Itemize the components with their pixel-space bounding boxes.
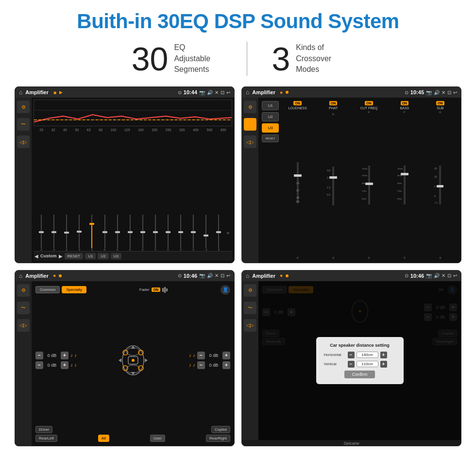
horizontal-input[interactable]: 140cm	[357, 352, 378, 358]
sidebar2-wave-btn[interactable]: 〜	[244, 118, 256, 131]
horizontal-minus[interactable]: −	[348, 352, 355, 358]
screen3-home-icon[interactable]: ⌂	[19, 272, 22, 279]
screen3-location-icon: ⊙	[178, 273, 182, 278]
screen3-window-icon[interactable]: ⊡	[221, 273, 224, 278]
eq-slider-10[interactable]: 0	[150, 215, 161, 251]
fader-on-badge[interactable]: ON	[152, 287, 161, 292]
sidebar2-eq-btn[interactable]: ⚙	[244, 101, 256, 113]
sub-on-badge[interactable]: ON	[436, 101, 444, 105]
sidebar-wave-btn[interactable]: 〜	[17, 118, 30, 131]
screen2-x-icon[interactable]: ✕	[442, 90, 445, 95]
eq-slider-1[interactable]: 0	[35, 215, 47, 251]
sidebar3-vol-btn[interactable]: ◁▷	[17, 319, 30, 332]
eq-slider-2[interactable]: 0	[48, 215, 60, 251]
screen1-home-icon[interactable]: ⌂	[19, 89, 22, 96]
copilot-btn[interactable]: Copilot	[211, 426, 230, 433]
eq-slider-14[interactable]: -1	[200, 215, 212, 251]
eq-u1-btn[interactable]: U1	[85, 253, 96, 259]
left-top-minus[interactable]: −	[35, 352, 43, 359]
sidebar4-wave-btn[interactable]: 〜	[244, 302, 256, 314]
eq-slider-15[interactable]: 0	[213, 215, 224, 251]
loudness-on-badge[interactable]: ON	[293, 101, 302, 105]
xover-ch-cutfreq: ON CUT FREQ F 120Hz 100Hz 80Hz	[352, 101, 386, 259]
eq-slider-5[interactable]: 5	[86, 215, 98, 251]
eq-scroll-right[interactable]: »	[225, 215, 230, 251]
xover-u1-btn[interactable]: U1	[262, 101, 279, 110]
right-top-minus[interactable]: −	[197, 352, 205, 359]
right-bot-plus[interactable]: +	[222, 361, 230, 369]
left-top-plus[interactable]: +	[61, 352, 68, 359]
common-btn[interactable]: Common	[35, 286, 60, 293]
horizontal-label: Horizontal	[324, 353, 346, 357]
sidebar3-wave-btn[interactable]: 〜	[17, 302, 30, 314]
screen2-back-icon[interactable]: ↩	[453, 90, 457, 95]
screen3-x-icon[interactable]: ✕	[215, 273, 219, 278]
all-btn[interactable]: All	[98, 435, 109, 442]
stat-eq: 30 EQ Adjustable Segments	[107, 42, 247, 75]
screen4-home-icon[interactable]: ⌂	[246, 272, 249, 279]
screen1-back-icon[interactable]: ↩	[226, 90, 230, 95]
svg-text:80Hz: 80Hz	[397, 182, 402, 185]
confirm-button[interactable]: Confirm	[344, 371, 375, 378]
left-bot-plus[interactable]: +	[61, 361, 68, 369]
cutfreq-on-badge[interactable]: ON	[365, 101, 373, 105]
eq-u2-btn[interactable]: U2	[98, 253, 108, 259]
sidebar-vol-btn[interactable]: ◁▷	[17, 135, 30, 148]
right-top-plus[interactable]: +	[222, 352, 230, 359]
screen1-x-icon[interactable]: ✕	[215, 90, 219, 95]
sidebar4-vol-btn[interactable]: ◁▷	[244, 319, 256, 332]
right-bot-minus[interactable]: −	[197, 361, 205, 369]
horizontal-plus[interactable]: +	[380, 352, 387, 358]
svg-text:15: 15	[434, 175, 437, 178]
speaker-icon-lt2: ♪	[74, 353, 77, 358]
eq-slider-8[interactable]: 0	[124, 215, 136, 251]
eq-sliders-visual[interactable]: 0 0	[34, 215, 232, 251]
sidebar4-eq-btn[interactable]: ⚙	[244, 284, 256, 297]
screen2-home-icon[interactable]: ⌂	[246, 89, 249, 96]
eq-reset-btn[interactable]: RESET	[65, 253, 84, 259]
driver-btn[interactable]: Driver	[35, 426, 52, 433]
eq-freq-labels: 25 32 40 50 63 80 100 125 160 200 250 32…	[34, 128, 232, 132]
eq-slider-4[interactable]: 0	[73, 215, 85, 251]
svg-text:90Hz: 90Hz	[397, 174, 402, 177]
svg-text:16: 16	[296, 182, 299, 185]
eq-prev-btn[interactable]: ◀	[34, 253, 38, 259]
bass-on-badge[interactable]: ON	[401, 101, 409, 105]
screen2-window-icon[interactable]: ⊡	[447, 90, 451, 95]
eq-slider-9[interactable]: 0	[137, 215, 149, 251]
screen1-window-icon[interactable]: ⊡	[221, 90, 224, 95]
user-btn[interactable]: User	[150, 435, 165, 442]
svg-text:120Hz: 120Hz	[362, 168, 368, 170]
xover-u3-btn[interactable]: U3	[262, 123, 279, 133]
vertical-minus[interactable]: −	[348, 361, 355, 368]
left-bot-minus[interactable]: −	[35, 361, 43, 369]
specialty-btn[interactable]: Specialty	[62, 286, 86, 293]
eq-next-btn[interactable]: ▶	[59, 253, 63, 259]
vertical-input[interactable]: 110cm	[357, 361, 378, 367]
screen2-status-icons: ⊙ 10:45 📷 🔊 ✕ ⊡ ↩	[405, 89, 457, 95]
eq-u3-btn[interactable]: U3	[111, 253, 121, 259]
speaker-icon-lb1: ♪	[70, 362, 73, 368]
sidebar2-vol-btn[interactable]: ◁▷	[244, 135, 256, 148]
screen4-back-icon[interactable]: ↩	[453, 273, 457, 278]
rear-right-btn[interactable]: RearRight	[206, 435, 230, 442]
screen3-back-icon[interactable]: ↩	[226, 273, 230, 278]
screen4-window-icon[interactable]: ⊡	[447, 273, 451, 278]
xover-reset-btn[interactable]: RESET	[262, 135, 279, 142]
rear-left-btn[interactable]: RearLeft	[35, 435, 57, 442]
sidebar-eq-btn[interactable]: ⚙	[17, 101, 30, 113]
dialog-overlay: Car speaker distance setting Horizontal …	[258, 281, 461, 440]
eq-slider-11[interactable]: 0	[162, 215, 174, 251]
sidebar3-eq-btn[interactable]: ⚙	[17, 284, 30, 297]
screen4-x-icon[interactable]: ✕	[442, 273, 445, 278]
screen1-play-icon[interactable]: ▶	[59, 90, 63, 95]
eq-slider-3[interactable]: 0	[61, 215, 72, 251]
page-container: Buith-in 30EQ DSP Sound System 30 EQ Adj…	[0, 0, 476, 456]
vertical-plus[interactable]: +	[380, 361, 387, 368]
eq-slider-12[interactable]: 0	[175, 215, 187, 251]
eq-slider-7[interactable]: 0	[112, 215, 123, 251]
eq-slider-6[interactable]: 0	[99, 215, 110, 251]
phat-on-badge[interactable]: ON	[329, 101, 338, 105]
xover-u2-btn[interactable]: U2	[262, 112, 279, 121]
eq-slider-13[interactable]: 0	[187, 215, 199, 251]
